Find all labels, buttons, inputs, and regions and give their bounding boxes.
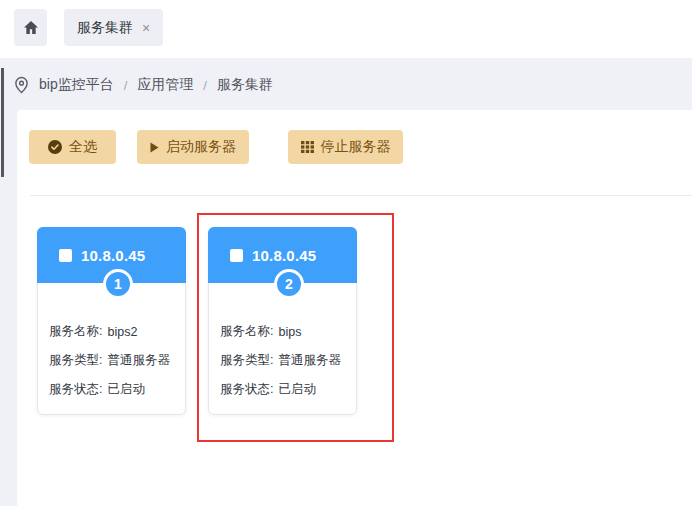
breadcrumb-item-platform[interactable]: bip监控平台 [39, 76, 114, 94]
close-icon[interactable]: × [142, 21, 150, 35]
home-button[interactable] [14, 9, 47, 46]
server-card-bips2[interactable]: 10.8.0.45 1 服务名称: bips2 服务类型: 普通服务器 服务状态… [37, 227, 186, 415]
toolbar-divider [30, 195, 692, 196]
server-type-row: 服务类型: 普通服务器 [49, 346, 170, 375]
breadcrumb-item-cluster[interactable]: 服务集群 [217, 76, 273, 94]
tab-label: 服务集群 [77, 19, 133, 37]
home-icon [24, 21, 38, 34]
start-server-button[interactable]: 启动服务器 [137, 130, 249, 164]
page: 服务集群 × bip监控平台 / 应用管理 / 服务集群 [0, 0, 692, 506]
server-name-row: 服务名称: bips2 [49, 317, 170, 346]
stop-server-button[interactable]: 停止服务器 [288, 130, 403, 164]
breadcrumb-separator: / [124, 78, 128, 93]
row-label: 服务类型: [49, 352, 102, 369]
row-value: 已启动 [278, 381, 316, 398]
button-label: 启动服务器 [166, 138, 236, 156]
row-label: 服务类型: [220, 352, 273, 369]
tab-service-cluster[interactable]: 服务集群 × [64, 9, 163, 46]
location-pin-icon [14, 76, 29, 94]
server-type-row: 服务类型: 普通服务器 [220, 346, 341, 375]
row-label: 服务状态: [49, 381, 102, 398]
row-value: 普通服务器 [107, 352, 170, 369]
server-ip: 10.8.0.45 [81, 247, 145, 264]
server-index-badge: 1 [103, 269, 133, 299]
server-ip: 10.8.0.45 [252, 247, 316, 264]
row-label: 服务状态: [220, 381, 273, 398]
button-label: 停止服务器 [321, 138, 391, 156]
breadcrumb-separator: / [203, 78, 207, 93]
server-info-rows: 服务名称: bips2 服务类型: 普通服务器 服务状态: 已启动 [49, 317, 170, 404]
server-index-badge: 2 [274, 269, 304, 299]
server-checkbox[interactable] [230, 249, 243, 262]
server-info-rows: 服务名称: bips 服务类型: 普通服务器 服务状态: 已启动 [220, 317, 341, 404]
server-status-row: 服务状态: 已启动 [49, 375, 170, 404]
server-status-row: 服务状态: 已启动 [220, 375, 341, 404]
row-label: 服务名称: [220, 323, 273, 340]
row-value: 普通服务器 [278, 352, 341, 369]
top-tab-bar: 服务集群 × [0, 0, 692, 58]
grid-icon [301, 141, 314, 153]
server-card-bips[interactable]: 10.8.0.45 2 服务名称: bips 服务类型: 普通服务器 服务状态:… [208, 227, 357, 415]
row-value: bips2 [107, 325, 137, 339]
select-all-button[interactable]: 全选 [29, 130, 116, 164]
row-label: 服务名称: [49, 323, 102, 340]
breadcrumb: bip监控平台 / 应用管理 / 服务集群 [14, 70, 273, 100]
server-name-row: 服务名称: bips [220, 317, 341, 346]
row-value: bips [278, 325, 301, 339]
vertical-scrollbar-thumb[interactable] [1, 68, 4, 177]
button-label: 全选 [69, 138, 97, 156]
row-value: 已启动 [107, 381, 145, 398]
breadcrumb-item-app-mgmt[interactable]: 应用管理 [137, 76, 193, 94]
server-checkbox[interactable] [59, 249, 72, 262]
play-icon [150, 142, 159, 153]
check-circle-icon [48, 140, 62, 154]
